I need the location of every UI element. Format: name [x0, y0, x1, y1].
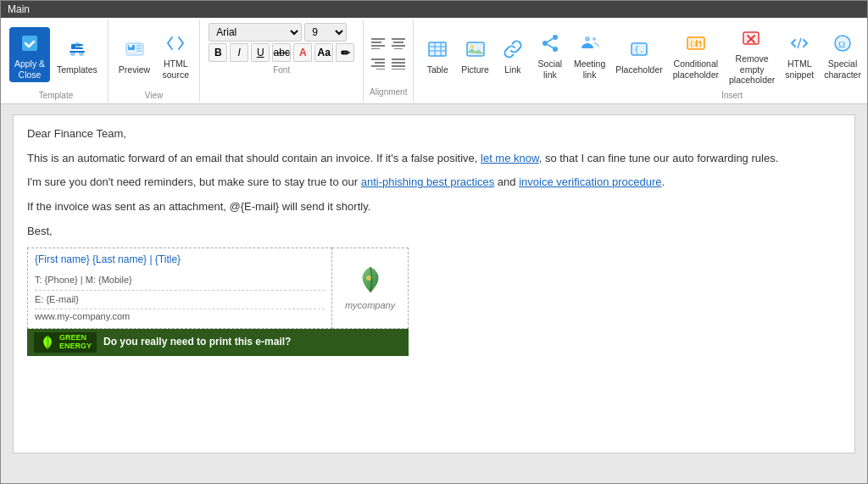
para1-end: , so that I can fine tune our auto forwa…: [539, 152, 779, 164]
green-logo-area: GREENENERGY: [34, 332, 97, 353]
company-logo-icon: [353, 263, 387, 297]
ribbon-content: Apply &Close: [1, 18, 867, 103]
html-snippet-label: HTMLsnippet: [785, 58, 814, 80]
text-color-button[interactable]: A: [293, 43, 312, 62]
underline-button[interactable]: U: [251, 43, 270, 62]
para3: If the invoice was sent as an attachment…: [27, 198, 841, 216]
invoice-verification-link[interactable]: invoice verification procedure: [519, 175, 661, 188]
special-character-button[interactable]: Ω Specialcharacter: [819, 21, 866, 89]
table-button[interactable]: Table: [419, 21, 456, 89]
svg-point-37: [553, 35, 558, 40]
preview-button[interactable]: Preview: [114, 30, 155, 81]
para2-start: I'm sure you don't need reminders, but m…: [27, 175, 361, 188]
meeting-link-icon: [576, 30, 604, 57]
sig-email: E: {E-mail}: [35, 291, 325, 310]
green-label: GREENENERGY: [59, 334, 92, 351]
title-bar: Main: [1, 1, 867, 18]
align-justify-button[interactable]: [389, 54, 408, 73]
ribbon-group-insert: Table Picture: [414, 19, 868, 102]
align-row-1: [369, 34, 408, 53]
link-button[interactable]: Link: [494, 21, 531, 89]
ribbon-group-alignment: Alignment: [364, 19, 414, 102]
align-row-2: [369, 54, 408, 73]
templates-label: Templates: [57, 64, 97, 75]
insert-group-label: Insert: [419, 91, 866, 102]
templates-button[interactable]: Templates: [52, 30, 103, 81]
link-icon: [499, 36, 526, 63]
para2-end: .: [662, 175, 665, 188]
placeholder-button[interactable]: {...} Placeholder: [610, 21, 667, 89]
table-icon: [424, 36, 451, 63]
svg-point-42: [585, 36, 590, 42]
ribbon-group-font: Arial Times New Roman Verdana 9 10 11 12…: [200, 19, 364, 102]
ribbon-group-view-inner: Preview HTMLsource: [114, 21, 194, 89]
editor-area: Dear Finance Team, This is an automatic …: [1, 104, 867, 483]
svg-line-41: [547, 39, 553, 42]
company-logo-container: mycompany: [339, 263, 401, 314]
picture-icon: [462, 36, 489, 63]
social-link-button[interactable]: Sociallink: [531, 21, 569, 89]
main-window: Main Apply &Close: [0, 0, 868, 484]
let-me-know-link[interactable]: let me know: [481, 152, 539, 164]
green-leaf-icon: [39, 334, 56, 351]
special-character-label: Specialcharacter: [824, 58, 861, 80]
apply-close-icon: [16, 30, 43, 57]
html-source-button[interactable]: HTMLsource: [157, 26, 194, 83]
sig-name: {First name} {Last name} | {Title}: [35, 252, 325, 268]
picture-label: Picture: [461, 64, 489, 75]
html-source-icon: [162, 30, 189, 57]
special-character-icon: Ω: [829, 30, 856, 57]
greeting: Dear Finance Team,: [27, 125, 841, 143]
para2-mid: and: [494, 175, 519, 188]
apply-close-button[interactable]: Apply &Close: [9, 27, 50, 82]
view-group-label: View: [114, 91, 194, 102]
para1-start: This is an automatic forward of an email…: [27, 152, 481, 164]
template-group-label: Template: [9, 91, 103, 102]
preview-label: Preview: [119, 64, 150, 75]
svg-line-53: [798, 38, 801, 48]
align-left-button[interactable]: [369, 34, 387, 53]
svg-rect-5: [75, 44, 83, 46]
font-color-button[interactable]: Aa: [314, 43, 333, 62]
bold-button[interactable]: B: [209, 43, 227, 62]
apply-close-label: Apply &Close: [14, 58, 45, 80]
title-label: Main: [8, 3, 30, 15]
font-group-label: Font: [205, 65, 358, 76]
svg-point-39: [553, 47, 558, 52]
anti-phishing-link[interactable]: anti-phishing best practices: [361, 175, 495, 188]
align-right-button[interactable]: [369, 54, 387, 73]
svg-point-43: [593, 37, 596, 41]
sig-website: www.my-company.com: [35, 309, 325, 325]
align-center-button[interactable]: [389, 34, 408, 53]
preview-icon: [121, 36, 148, 63]
svg-rect-30: [429, 42, 446, 56]
svg-text:*: *: [698, 40, 702, 48]
company-name-label: mycompany: [345, 298, 395, 314]
green-energy-banner: GREENENERGY Do you really need to print …: [27, 329, 409, 356]
conditional-placeholder-button[interactable]: {x} * Conditionalplaceholder: [668, 21, 724, 89]
italic-button[interactable]: I: [230, 43, 248, 62]
ribbon-insert-inner: Table Picture: [419, 21, 866, 89]
table-label: Table: [427, 64, 448, 75]
font-row-1: Arial Times New Roman Verdana 9 10 11 12: [209, 23, 354, 42]
social-link-label: Sociallink: [538, 58, 563, 80]
remove-empty-placeholder-icon: [738, 25, 765, 52]
para1: This is an automatic forward of an email…: [27, 150, 841, 168]
font-size-select[interactable]: 9 10 11 12: [304, 23, 347, 42]
placeholder-icon: {...}: [626, 36, 653, 63]
svg-rect-6: [75, 47, 83, 49]
email-content[interactable]: Dear Finance Team, This is an automatic …: [13, 114, 855, 453]
ribbon-group-template-inner: Apply &Close: [9, 21, 103, 89]
strikethrough-button[interactable]: abc: [272, 43, 291, 62]
link-label: Link: [504, 64, 520, 75]
font-family-select[interactable]: Arial Times New Roman Verdana: [209, 23, 302, 42]
meeting-link-button[interactable]: Meetinglink: [569, 21, 610, 89]
html-snippet-button[interactable]: HTMLsnippet: [780, 21, 819, 89]
meeting-link-label: Meetinglink: [574, 58, 605, 80]
social-link-icon: [537, 30, 564, 57]
ribbon-group-view: Preview HTMLsource View: [108, 19, 200, 102]
remove-empty-placeholder-button[interactable]: Removeemptyplaceholder: [724, 21, 780, 89]
html-source-label: HTMLsource: [162, 58, 189, 80]
picture-button[interactable]: Picture: [456, 21, 494, 89]
highlight-button[interactable]: ✏: [336, 43, 354, 62]
